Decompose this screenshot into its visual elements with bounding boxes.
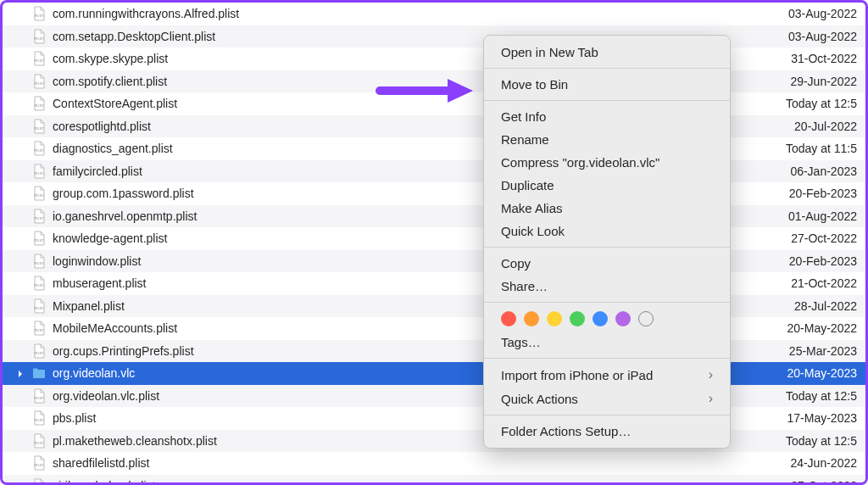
file-row[interactable]: PLISTknowledge-agent.plist27-Oct-2022 [3, 227, 865, 250]
menu-compress[interactable]: Compress "org.videolan.vlc" [484, 151, 730, 174]
menu-divider [484, 68, 730, 69]
menu-divider [484, 100, 730, 101]
menu-share[interactable]: Share… [484, 275, 730, 298]
file-row[interactable]: PLISTpl.maketheweb.cleanshotx.plistToday… [3, 430, 865, 453]
menu-rename[interactable]: Rename [484, 128, 730, 151]
menu-quick-look[interactable]: Quick Look [484, 220, 730, 242]
file-row[interactable]: PLISTsharedfilelistd.plist24-Jun-2022 [3, 452, 865, 475]
file-row[interactable]: PLISTmbuseragent.plist21-Oct-2022 [3, 272, 865, 295]
svg-text:PLIST: PLIST [34, 171, 44, 176]
menu-quick-actions[interactable]: Quick Actions › [484, 387, 730, 410]
pointer-arrow [376, 74, 477, 110]
plist-file-icon: PLIST [32, 95, 46, 112]
file-row[interactable]: PLISTorg.videolan.vlc.plistToday at 12:5 [3, 385, 865, 408]
file-row[interactable]: PLISTMixpanel.plist28-Jul-2022 [3, 295, 865, 318]
file-row[interactable]: PLISTsiriknowledged.plist27-Oct-2022 [3, 475, 865, 486]
tag-blue[interactable] [593, 311, 608, 326]
svg-text:PLIST: PLIST [34, 216, 44, 220]
plist-file-icon: PLIST [32, 320, 46, 337]
menu-move-to-bin[interactable]: Move to Bin [484, 73, 730, 96]
menu-folder-actions[interactable]: Folder Actions Setup… [484, 420, 730, 443]
tag-purple[interactable] [615, 311, 631, 326]
svg-text:PLIST: PLIST [34, 418, 44, 422]
plist-file-icon: PLIST [32, 387, 46, 404]
tag-orange[interactable] [524, 311, 539, 326]
svg-text:PLIST: PLIST [34, 238, 44, 242]
plist-file-icon: PLIST [32, 208, 46, 225]
menu-tags[interactable]: Tags… [484, 331, 730, 354]
file-row[interactable]: PLISTpbs.plist17-May-2023 [3, 407, 865, 430]
file-row[interactable]: PLISTcom.runningwithcrayons.Alfred.plist… [3, 3, 865, 25]
file-date: Today at 12:5 [764, 389, 857, 403]
file-date: 27-Oct-2022 [764, 479, 857, 485]
plist-file-icon: PLIST [32, 140, 46, 157]
file-date: 25-Mar-2023 [764, 344, 857, 358]
plist-file-icon: PLIST [32, 5, 46, 22]
svg-text:PLIST: PLIST [34, 126, 44, 131]
menu-make-alias[interactable]: Make Alias [484, 197, 730, 220]
plist-file-icon: PLIST [32, 298, 46, 315]
context-menu: Open in New Tab Move to Bin Get Info Ren… [483, 35, 731, 449]
plist-file-icon: PLIST [32, 454, 46, 471]
file-date: 31-Oct-2022 [764, 52, 857, 65]
tag-red[interactable] [501, 311, 516, 326]
tag-green[interactable] [570, 311, 585, 326]
plist-file-icon: PLIST [32, 28, 46, 45]
file-date: 20-Feb-2023 [764, 254, 857, 268]
plist-file-icon: PLIST [32, 230, 46, 247]
file-date: Today at 11:5 [764, 142, 857, 155]
menu-duplicate[interactable]: Duplicate [484, 174, 730, 197]
svg-text:PLIST: PLIST [34, 103, 44, 108]
svg-text:PLIST: PLIST [34, 463, 44, 467]
file-date: 17-May-2023 [764, 411, 857, 425]
menu-divider [484, 302, 730, 303]
svg-text:PLIST: PLIST [34, 148, 44, 153]
disclosure-chevron-icon[interactable] [15, 368, 25, 378]
menu-copy[interactable]: Copy [484, 252, 730, 275]
menu-divider [484, 247, 730, 248]
file-row[interactable]: PLISTorg.cups.PrintingPrefs.plist25-Mar-… [3, 340, 865, 363]
file-row[interactable]: PLISTcorespotlightd.plist20-Jul-2022 [3, 115, 865, 138]
tag-color-row [484, 307, 730, 331]
file-date: 01-Aug-2022 [764, 209, 857, 223]
file-name: sharedfilelistd.plist [53, 456, 764, 470]
svg-text:PLIST: PLIST [34, 59, 44, 63]
plist-file-icon: PLIST [32, 163, 46, 180]
menu-import-label: Import from iPhone or iPad [501, 368, 653, 382]
file-row[interactable]: org.videolan.vlc20-May-2023 [3, 362, 865, 385]
file-date: 20-May-2023 [764, 366, 857, 380]
plist-file-icon: PLIST [32, 118, 46, 135]
file-date: 03-Aug-2022 [764, 7, 857, 20]
svg-text:PLIST: PLIST [34, 396, 44, 400]
file-date: 27-Oct-2022 [764, 231, 857, 245]
svg-text:PLIST: PLIST [34, 283, 44, 287]
svg-text:PLIST: PLIST [34, 441, 44, 445]
file-name: com.runningwithcrayons.Alfred.plist [53, 7, 764, 20]
menu-divider [484, 358, 730, 359]
file-row[interactable]: PLISTMobileMeAccounts.plist20-May-2022 [3, 317, 865, 340]
file-date: Today at 12:5 [764, 434, 857, 448]
svg-text:PLIST: PLIST [34, 14, 44, 18]
plist-file-icon: PLIST [32, 343, 46, 360]
file-row[interactable]: PLISTloginwindow.plist20-Feb-2023 [3, 250, 865, 273]
menu-import-device[interactable]: Import from iPhone or iPad › [484, 363, 730, 387]
menu-open-new-tab[interactable]: Open in New Tab [484, 41, 730, 64]
tag-none[interactable] [638, 311, 654, 326]
file-date: Today at 12:5 [764, 97, 857, 110]
plist-file-icon: PLIST [32, 73, 46, 90]
file-row[interactable]: PLISTcom.setapp.DesktopClient.plist03-Au… [3, 25, 865, 48]
tag-yellow[interactable] [547, 311, 562, 326]
file-row[interactable]: PLISTgroup.com.1password.plist20-Feb-202… [3, 182, 865, 205]
file-row[interactable]: PLISTcom.skype.skype.plist31-Oct-2022 [3, 47, 865, 70]
file-row[interactable]: PLISTfamilycircled.plist06-Jan-2023 [3, 160, 865, 183]
menu-divider [484, 415, 730, 415]
svg-text:PLIST: PLIST [34, 328, 44, 332]
plist-file-icon: PLIST [32, 185, 46, 202]
file-date: 06-Jan-2023 [764, 164, 857, 178]
file-date: 20-May-2022 [764, 321, 857, 335]
file-date: 29-Jun-2022 [764, 75, 857, 88]
file-row[interactable]: PLISTio.ganeshrvel.openmtp.plist01-Aug-2… [3, 205, 865, 228]
file-date: 03-Aug-2022 [764, 30, 857, 43]
menu-get-info[interactable]: Get Info [484, 105, 730, 128]
file-row[interactable]: PLISTdiagnostics_agent.plistToday at 11:… [3, 137, 865, 160]
